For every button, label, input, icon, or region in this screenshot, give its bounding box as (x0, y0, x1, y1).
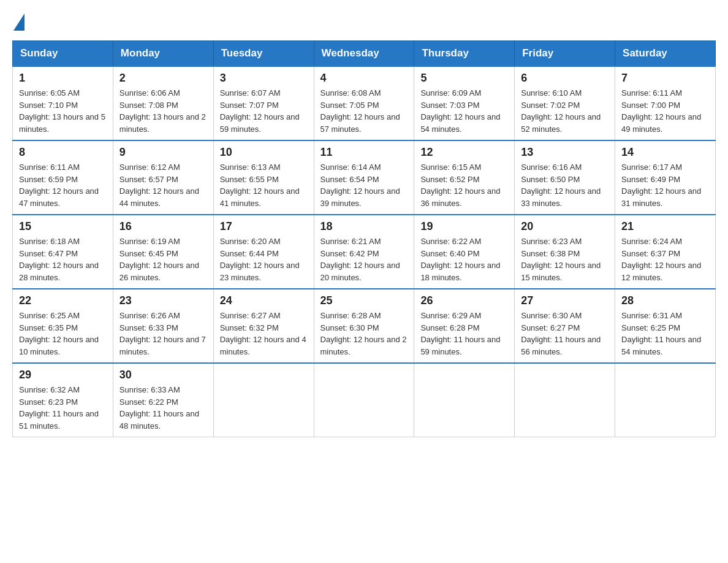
calendar-cell: 15 Sunrise: 6:18 AMSunset: 6:47 PMDaylig… (13, 215, 113, 289)
logo (12, 12, 25, 28)
calendar-cell: 26 Sunrise: 6:29 AMSunset: 6:28 PMDaylig… (414, 289, 515, 363)
day-number: 13 (521, 146, 609, 159)
calendar-cell: 30 Sunrise: 6:33 AMSunset: 6:22 PMDaylig… (113, 363, 213, 437)
day-number: 6 (521, 72, 609, 85)
calendar-cell: 10 Sunrise: 6:13 AMSunset: 6:55 PMDaylig… (213, 140, 314, 215)
calendar-cell: 4 Sunrise: 6:08 AMSunset: 7:05 PMDayligh… (314, 66, 414, 140)
calendar-cell (615, 363, 716, 437)
calendar-cell: 11 Sunrise: 6:14 AMSunset: 6:54 PMDaylig… (314, 140, 414, 215)
day-number: 21 (621, 220, 709, 233)
day-info: Sunrise: 6:24 AMSunset: 6:37 PMDaylight:… (621, 237, 701, 282)
day-info: Sunrise: 6:22 AMSunset: 6:40 PMDaylight:… (420, 237, 500, 282)
calendar-header-friday: Friday (515, 41, 615, 67)
calendar-cell (515, 363, 615, 437)
day-info: Sunrise: 6:16 AMSunset: 6:50 PMDaylight:… (521, 163, 601, 208)
page-header (12, 12, 716, 28)
calendar-cell: 24 Sunrise: 6:27 AMSunset: 6:32 PMDaylig… (213, 289, 314, 363)
calendar-cell: 29 Sunrise: 6:32 AMSunset: 6:23 PMDaylig… (13, 363, 113, 437)
day-info: Sunrise: 6:08 AMSunset: 7:05 PMDaylight:… (320, 88, 400, 134)
day-number: 20 (521, 220, 609, 233)
calendar-cell (213, 363, 314, 437)
calendar-cell: 27 Sunrise: 6:30 AMSunset: 6:27 PMDaylig… (515, 289, 615, 363)
calendar-cell: 5 Sunrise: 6:09 AMSunset: 7:03 PMDayligh… (414, 66, 515, 140)
day-info: Sunrise: 6:13 AMSunset: 6:55 PMDaylight:… (220, 163, 300, 208)
day-info: Sunrise: 6:23 AMSunset: 6:38 PMDaylight:… (521, 237, 601, 282)
day-info: Sunrise: 6:29 AMSunset: 6:28 PMDaylight:… (420, 311, 500, 356)
day-number: 1 (19, 72, 107, 85)
calendar-cell: 1 Sunrise: 6:05 AMSunset: 7:10 PMDayligh… (13, 66, 113, 140)
calendar-cell: 13 Sunrise: 6:16 AMSunset: 6:50 PMDaylig… (515, 140, 615, 215)
day-info: Sunrise: 6:09 AMSunset: 7:03 PMDaylight:… (420, 88, 500, 134)
calendar-header-row: SundayMondayTuesdayWednesdayThursdayFrid… (13, 41, 716, 67)
calendar-cell: 16 Sunrise: 6:19 AMSunset: 6:45 PMDaylig… (113, 215, 213, 289)
calendar-cell: 19 Sunrise: 6:22 AMSunset: 6:40 PMDaylig… (414, 215, 515, 289)
day-info: Sunrise: 6:18 AMSunset: 6:47 PMDaylight:… (19, 237, 99, 282)
day-number: 25 (320, 294, 408, 307)
calendar-cell: 18 Sunrise: 6:21 AMSunset: 6:42 PMDaylig… (314, 215, 414, 289)
calendar-header-tuesday: Tuesday (213, 41, 314, 67)
calendar-cell: 17 Sunrise: 6:20 AMSunset: 6:44 PMDaylig… (213, 215, 314, 289)
day-number: 19 (420, 220, 508, 233)
day-number: 26 (420, 294, 508, 307)
calendar-header-thursday: Thursday (414, 41, 515, 67)
day-info: Sunrise: 6:20 AMSunset: 6:44 PMDaylight:… (220, 237, 300, 282)
day-info: Sunrise: 6:06 AMSunset: 7:08 PMDaylight:… (119, 88, 206, 134)
calendar-table: SundayMondayTuesdayWednesdayThursdayFrid… (12, 40, 716, 437)
day-info: Sunrise: 6:21 AMSunset: 6:42 PMDaylight:… (320, 237, 400, 282)
calendar-cell: 9 Sunrise: 6:12 AMSunset: 6:57 PMDayligh… (113, 140, 213, 215)
calendar-cell: 6 Sunrise: 6:10 AMSunset: 7:02 PMDayligh… (515, 66, 615, 140)
day-info: Sunrise: 6:14 AMSunset: 6:54 PMDaylight:… (320, 163, 400, 208)
day-number: 5 (420, 72, 508, 85)
day-number: 12 (420, 146, 508, 159)
day-number: 8 (19, 146, 107, 159)
day-info: Sunrise: 6:05 AMSunset: 7:10 PMDaylight:… (19, 88, 105, 134)
calendar-cell: 25 Sunrise: 6:28 AMSunset: 6:30 PMDaylig… (314, 289, 414, 363)
day-number: 30 (119, 369, 207, 381)
calendar-cell: 8 Sunrise: 6:11 AMSunset: 6:59 PMDayligh… (13, 140, 113, 215)
day-info: Sunrise: 6:33 AMSunset: 6:22 PMDaylight:… (119, 385, 199, 431)
day-number: 16 (119, 220, 207, 233)
day-info: Sunrise: 6:28 AMSunset: 6:30 PMDaylight:… (320, 311, 407, 356)
calendar-cell (314, 363, 414, 437)
day-info: Sunrise: 6:32 AMSunset: 6:23 PMDaylight:… (19, 385, 99, 431)
day-info: Sunrise: 6:26 AMSunset: 6:33 PMDaylight:… (119, 311, 206, 356)
day-info: Sunrise: 6:17 AMSunset: 6:49 PMDaylight:… (621, 163, 701, 208)
day-number: 18 (320, 220, 408, 233)
day-info: Sunrise: 6:07 AMSunset: 7:07 PMDaylight:… (220, 88, 300, 134)
logo-triangle-icon (13, 13, 25, 31)
calendar-cell: 22 Sunrise: 6:25 AMSunset: 6:35 PMDaylig… (13, 289, 113, 363)
day-number: 9 (119, 146, 207, 159)
calendar-header-sunday: Sunday (13, 41, 113, 67)
day-info: Sunrise: 6:30 AMSunset: 6:27 PMDaylight:… (521, 311, 601, 356)
day-info: Sunrise: 6:10 AMSunset: 7:02 PMDaylight:… (521, 88, 601, 134)
calendar-week-row-2: 8 Sunrise: 6:11 AMSunset: 6:59 PMDayligh… (13, 140, 716, 215)
day-number: 10 (220, 146, 308, 159)
calendar-week-row-4: 22 Sunrise: 6:25 AMSunset: 6:35 PMDaylig… (13, 289, 716, 363)
day-info: Sunrise: 6:12 AMSunset: 6:57 PMDaylight:… (119, 163, 199, 208)
day-number: 24 (220, 294, 308, 307)
day-info: Sunrise: 6:27 AMSunset: 6:32 PMDaylight:… (220, 311, 306, 356)
day-info: Sunrise: 6:15 AMSunset: 6:52 PMDaylight:… (420, 163, 500, 208)
calendar-cell: 2 Sunrise: 6:06 AMSunset: 7:08 PMDayligh… (113, 66, 213, 140)
day-number: 4 (320, 72, 408, 85)
day-number: 11 (320, 146, 408, 159)
day-number: 2 (119, 72, 207, 85)
day-number: 27 (521, 294, 609, 307)
day-number: 22 (19, 294, 107, 307)
day-number: 7 (621, 72, 709, 85)
day-number: 3 (220, 72, 308, 85)
calendar-week-row-3: 15 Sunrise: 6:18 AMSunset: 6:47 PMDaylig… (13, 215, 716, 289)
day-number: 14 (621, 146, 709, 159)
calendar-week-row-1: 1 Sunrise: 6:05 AMSunset: 7:10 PMDayligh… (13, 66, 716, 140)
calendar-header-monday: Monday (113, 41, 213, 67)
day-info: Sunrise: 6:31 AMSunset: 6:25 PMDaylight:… (621, 311, 701, 356)
day-info: Sunrise: 6:11 AMSunset: 7:00 PMDaylight:… (621, 88, 701, 134)
calendar-cell: 20 Sunrise: 6:23 AMSunset: 6:38 PMDaylig… (515, 215, 615, 289)
day-number: 17 (220, 220, 308, 233)
day-info: Sunrise: 6:19 AMSunset: 6:45 PMDaylight:… (119, 237, 199, 282)
calendar-cell: 12 Sunrise: 6:15 AMSunset: 6:52 PMDaylig… (414, 140, 515, 215)
day-info: Sunrise: 6:25 AMSunset: 6:35 PMDaylight:… (19, 311, 99, 356)
day-number: 28 (621, 294, 709, 307)
calendar-cell: 21 Sunrise: 6:24 AMSunset: 6:37 PMDaylig… (615, 215, 716, 289)
calendar-cell: 14 Sunrise: 6:17 AMSunset: 6:49 PMDaylig… (615, 140, 716, 215)
